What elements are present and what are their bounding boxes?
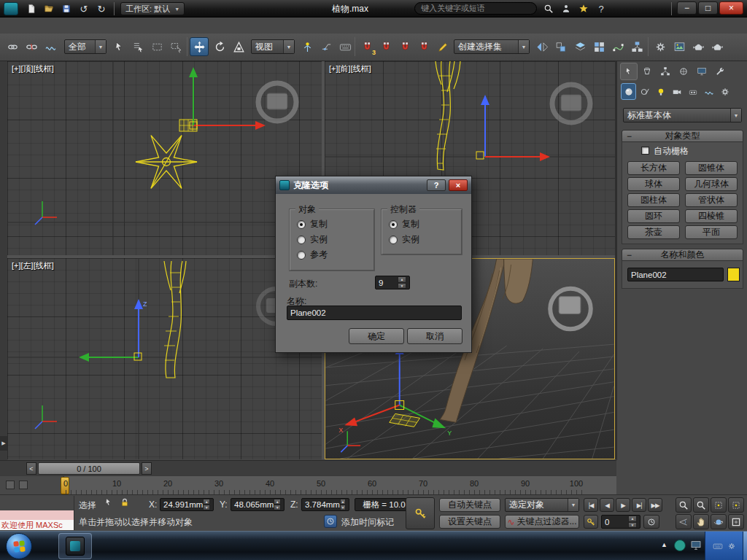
category-geometry[interactable] — [621, 83, 636, 100]
copies-field[interactable]: 9▲▼ — [375, 276, 410, 289]
rendered-frame-window-icon[interactable] — [670, 37, 689, 56]
copies-spinner[interactable]: ▲▼ — [398, 276, 406, 289]
sign-in-icon[interactable] — [559, 1, 573, 16]
zoom-all-icon[interactable] — [693, 497, 709, 513]
selection-region-icon[interactable] — [147, 37, 166, 56]
edit-named-selection-sets-icon[interactable] — [433, 37, 452, 56]
time-tag-icon[interactable] — [324, 515, 337, 528]
use-pivot-center-icon[interactable] — [298, 37, 317, 56]
category-space-warps[interactable] — [701, 83, 716, 100]
help-icon[interactable]: ? — [594, 1, 608, 16]
maximize-button[interactable]: □ — [698, 1, 718, 15]
favorites-icon[interactable] — [576, 1, 591, 16]
taskbar-language-area[interactable] — [705, 532, 743, 560]
next-frame-button[interactable]: ▶| — [632, 498, 646, 512]
app-logo-icon[interactable] — [4, 2, 18, 15]
primitive-category-dropdown[interactable]: 标准基本体 ▼ — [623, 108, 742, 122]
select-and-rotate-icon[interactable] — [210, 37, 229, 56]
radio-reference[interactable]: 参考 — [297, 249, 328, 261]
radio-controller-instance[interactable]: 实例 — [389, 233, 419, 246]
curve-editor-icon[interactable] — [608, 37, 627, 56]
go-to-start-button[interactable]: |◀ — [584, 498, 598, 512]
percent-snap-icon[interactable] — [395, 37, 414, 56]
select-and-link-icon[interactable] — [3, 37, 22, 56]
rollout-name-color[interactable]: − 名称和颜色 — [622, 249, 743, 261]
primitive-tube-button[interactable]: 管状体 — [685, 193, 738, 207]
new-scene-icon[interactable] — [23, 1, 39, 16]
previous-frame-button[interactable]: ◀ — [600, 498, 614, 512]
object-color-swatch[interactable] — [727, 268, 740, 281]
select-and-move-icon[interactable] — [190, 37, 209, 56]
select-and-manipulate-icon[interactable] — [317, 37, 336, 56]
close-button[interactable]: × — [719, 1, 743, 15]
current-frame-field[interactable]: 0▲▼ — [601, 515, 640, 529]
z-spinner[interactable]: ▲▼ — [340, 499, 346, 510]
spinner-snap-icon[interactable] — [414, 37, 433, 56]
dialog-help-button[interactable]: ? — [427, 179, 446, 191]
render-iterative-icon[interactable] — [708, 37, 727, 56]
render-setup-icon[interactable] — [651, 37, 670, 56]
primitive-sphere-button[interactable]: 球体 — [627, 177, 680, 191]
graphite-ribbon-icon[interactable] — [589, 37, 608, 56]
unlink-selection-icon[interactable] — [22, 37, 41, 56]
next-frame-button[interactable]: > — [142, 462, 152, 475]
tab-motion[interactable] — [675, 63, 692, 80]
field-of-view-icon[interactable] — [676, 514, 692, 529]
tab-modify[interactable] — [638, 63, 656, 80]
keyboard-shortcut-override-icon[interactable] — [336, 37, 355, 56]
key-mode-toggle[interactable] — [584, 515, 598, 529]
viewport-left-label[interactable]: [+][左][线框] — [12, 260, 54, 271]
category-helpers[interactable] — [685, 83, 700, 100]
autogrid-checkbox[interactable] — [641, 147, 649, 155]
zoom-extents-icon[interactable] — [711, 497, 727, 513]
viewport-front-label[interactable]: [+][前][线框] — [329, 63, 371, 74]
category-cameras[interactable] — [669, 83, 684, 100]
select-by-name-icon[interactable] — [128, 37, 147, 56]
primitive-plane-button[interactable]: 平面 — [685, 225, 738, 239]
search-input[interactable]: 键入关键字或短语 — [414, 2, 537, 15]
category-systems[interactable] — [717, 83, 732, 100]
schematic-view-icon[interactable] — [627, 37, 646, 56]
snaps-toggle-icon[interactable]: 3 — [357, 37, 376, 56]
save-file-icon[interactable] — [58, 1, 74, 16]
x-spinner[interactable]: ▲▼ — [203, 499, 210, 510]
object-name-field[interactable]: Plane002 — [627, 268, 724, 281]
tab-create[interactable] — [620, 63, 638, 80]
ok-button[interactable]: 确定 — [349, 328, 404, 344]
workspace-dropdown[interactable]: 工作区: 默认 ▼ — [120, 2, 185, 15]
frame-spinner[interactable]: ▲▼ — [628, 516, 637, 528]
radio-controller-copy[interactable]: 复制 — [389, 218, 419, 230]
maximize-viewport-icon[interactable] — [728, 514, 744, 529]
dialog-close-button[interactable]: × — [449, 179, 468, 191]
zoom-icon[interactable] — [676, 497, 692, 513]
rollout-object-type[interactable]: − 对象类型 — [622, 130, 743, 142]
maxscript-mini-listener[interactable]: 欢迎使用 MAXSc — [0, 496, 74, 530]
key-filters-button[interactable]: ∿关键点过滤器... — [505, 515, 579, 529]
redo-icon[interactable]: ↻ — [93, 1, 109, 16]
play-button[interactable]: ▶ — [616, 498, 630, 512]
x-coord-field[interactable]: 24.991mm▲▼ — [160, 498, 214, 511]
tab-utilities[interactable] — [711, 63, 729, 80]
viewport-top-label[interactable]: [+][顶][线框] — [12, 63, 54, 74]
undo-icon[interactable]: ↺ — [76, 1, 92, 16]
radio-instance[interactable]: 实例 — [297, 233, 328, 246]
go-to-end-button[interactable]: ▶▶ — [648, 498, 662, 512]
isolate-selection-icon[interactable] — [104, 497, 117, 510]
selection-filter-dropdown[interactable]: 全部 ▼ — [64, 39, 107, 54]
primitive-cone-button[interactable]: 圆锥体 — [685, 161, 738, 175]
tab-display[interactable] — [693, 63, 711, 80]
track-bar-ruler[interactable]: 0 10 20 30 40 50 60 70 80 90 100 — [0, 475, 616, 494]
primitive-geosphere-button[interactable]: 几何球体 — [685, 177, 738, 191]
open-mini-curve-editor-icon[interactable] — [6, 481, 15, 489]
pan-view-icon[interactable] — [693, 514, 709, 529]
primitive-teapot-button[interactable]: 茶壶 — [627, 225, 680, 239]
time-configuration-button[interactable] — [643, 515, 659, 529]
open-caddy-arrow-icon[interactable]: ▶ — [0, 436, 7, 451]
previous-frame-button[interactable]: < — [26, 462, 36, 475]
window-crossing-icon[interactable] — [166, 37, 185, 56]
y-coord-field[interactable]: 48.065mm▲▼ — [231, 498, 285, 511]
primitive-torus-button[interactable]: 圆环 — [627, 209, 680, 223]
add-time-tag-label[interactable]: 添加时间标记 — [341, 516, 394, 529]
tray-volume-icon[interactable] — [690, 540, 702, 551]
primitive-box-button[interactable]: 长方体 — [627, 161, 680, 175]
